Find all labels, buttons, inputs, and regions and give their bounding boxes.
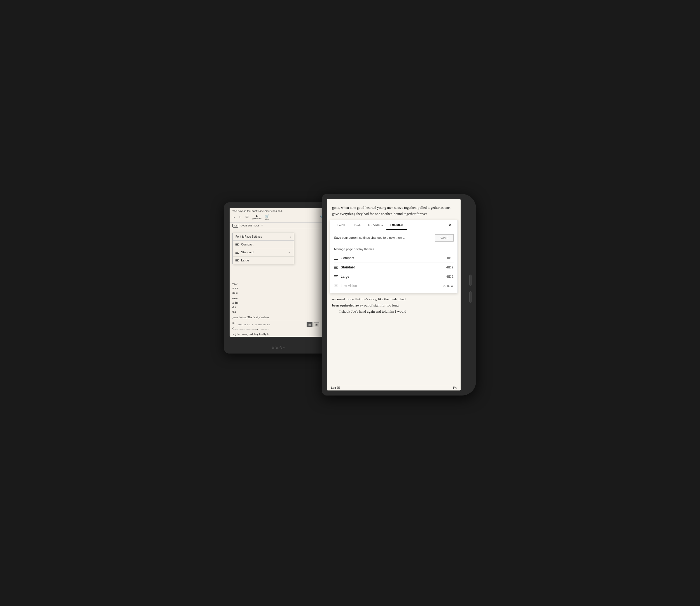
dropdown-chevron-icon: › xyxy=(290,235,291,238)
oasis-loc: Loc 25 xyxy=(331,386,340,389)
large-theme-icon xyxy=(334,274,338,279)
view-toggles: ▤ ⊞ xyxy=(307,322,319,327)
compact-theme-action[interactable]: HIDE xyxy=(446,256,454,260)
oasis-page-buttons xyxy=(469,275,472,303)
text-line-1: years before. The family had sea xyxy=(232,315,325,320)
large-label: Large xyxy=(241,259,291,262)
standard-theme-icon xyxy=(334,265,338,270)
oasis-bottom-text: occurred to me that Joe's story, like th… xyxy=(327,293,460,385)
aa-badge: Aa xyxy=(232,224,238,228)
compact-lines-icon xyxy=(235,243,239,246)
bottom-text-line-2: been squirreled away out of sight for to… xyxy=(332,302,456,308)
grid-view-button[interactable]: ⊞ xyxy=(314,322,319,327)
manage-themes-label: Manage page display themes. xyxy=(334,248,454,251)
paperwhite-book-title: The Boys in the Boat: Nine Americans and… xyxy=(232,210,325,212)
dropdown-header[interactable]: Font & Page Settings › xyxy=(233,233,294,241)
low-vision-theme-label: Low Vision xyxy=(341,284,441,288)
oasis-next-page-button[interactable] xyxy=(469,275,472,286)
store-label: store xyxy=(265,218,270,220)
kindle-paperwhite-device: The Boys in the Boat: Nine Americans and… xyxy=(224,202,333,353)
bottom-text-line-3: I shook Joe's hand again and told him I … xyxy=(332,308,456,314)
settings-icon[interactable]: ⚙ xyxy=(245,215,249,219)
compact-label: Compact xyxy=(241,243,291,246)
text-line-4: ing the house, had they finally fo xyxy=(232,332,325,336)
tab-reading[interactable]: READING xyxy=(365,220,387,230)
paperwhite-topbar: The Boys in the Boat: Nine Americans and… xyxy=(230,208,328,223)
oasis-status-bar: Loc 25 1% xyxy=(327,385,460,391)
standard-lines-icon xyxy=(235,251,239,254)
paperwhite-loc: Loc 221 of 512 | 14 mins left in b xyxy=(238,323,270,326)
theme-item-standard[interactable]: Standard HIDE xyxy=(334,263,454,272)
paperwhite-nav: ⌂ ← ⚙ 𝔾 goodreads 🛒 store 🔍 xyxy=(232,213,325,221)
close-button[interactable]: ✕ xyxy=(446,220,454,230)
compact-theme-icon xyxy=(334,256,338,260)
standard-checkmark: ✓ xyxy=(288,250,291,254)
section-divider xyxy=(334,245,454,245)
low-vision-eye-icon xyxy=(334,283,338,288)
paperwhite-screen: The Boys in the Boat: Nine Americans and… xyxy=(230,208,328,337)
kindle-oasis-device: gone, when nine good-hearted young men s… xyxy=(322,194,476,396)
tab-page[interactable]: PAGE xyxy=(349,220,365,230)
standard-label: Standard xyxy=(241,251,286,254)
page-display-bar[interactable]: Aa PAGE DISPLAY ∨ xyxy=(230,223,328,229)
standard-theme-label: Standard xyxy=(341,265,443,269)
scene: The Boys in the Boat: Nine Americans and… xyxy=(224,194,476,412)
page-display-label: PAGE DISPLAY xyxy=(240,224,259,227)
theme-item-compact[interactable]: Compact HIDE xyxy=(334,254,454,263)
save-description: Save your current settings changes to a … xyxy=(334,236,405,240)
back-icon[interactable]: ← xyxy=(238,215,242,219)
themes-modal: FONT PAGE READING THEMES ✕ xyxy=(330,220,458,293)
themes-tabs-bar: FONT PAGE READING THEMES ✕ xyxy=(330,220,457,230)
dropdown-item-large[interactable]: Large xyxy=(233,257,294,264)
home-icon[interactable]: ⌂ xyxy=(232,215,235,219)
oasis-prev-page-button[interactable] xyxy=(469,292,472,303)
page-display-dropdown: Font & Page Settings › Compact Standard … xyxy=(232,233,294,264)
themes-modal-body: Save your current settings changes to a … xyxy=(330,230,457,293)
goodreads-label: goodreads xyxy=(252,217,262,219)
save-section: Save your current settings changes to a … xyxy=(334,234,454,241)
low-vision-theme-action[interactable]: SHOW xyxy=(444,284,454,287)
store-nav[interactable]: 🛒 store xyxy=(265,214,270,220)
standard-theme-action[interactable]: HIDE xyxy=(446,266,454,269)
save-button[interactable]: SAVE xyxy=(435,234,454,241)
theme-item-large[interactable]: Large HIDE xyxy=(334,272,454,281)
dropdown-item-standard[interactable]: Standard ✓ xyxy=(233,248,294,257)
dropdown-header-label: Font & Page Settings xyxy=(235,235,262,238)
goodreads-nav[interactable]: 𝔾 goodreads xyxy=(252,214,262,219)
chevron-down-icon: ∨ xyxy=(261,224,263,227)
paperwhite-status-bar: Loc 221 of 512 | 14 mins left in b ▤ ⊞ xyxy=(235,320,322,329)
bottom-text-line-1: occurred to me that Joe's story, like th… xyxy=(332,296,456,302)
oasis-percentage: 1% xyxy=(453,386,457,389)
tab-themes[interactable]: THEMES xyxy=(386,220,407,230)
dropdown-item-compact[interactable]: Compact xyxy=(233,241,294,248)
list-view-button[interactable]: ▤ xyxy=(307,322,313,327)
large-theme-label: Large xyxy=(341,275,443,279)
compact-theme-label: Compact xyxy=(341,256,443,260)
large-theme-action[interactable]: HIDE xyxy=(446,275,454,278)
kindle-logo: kindle xyxy=(272,346,285,350)
tab-font[interactable]: FONT xyxy=(334,220,349,230)
large-lines-icon xyxy=(235,259,239,262)
oasis-screen: gone, when nine good-hearted young men s… xyxy=(327,199,460,391)
theme-item-low-vision[interactable]: Low Vision SHOW xyxy=(334,281,454,290)
oasis-top-text: gone, when nine good-hearted young men s… xyxy=(327,199,460,220)
oasis-text-content: gone, when nine good-hearted young men s… xyxy=(332,206,451,216)
